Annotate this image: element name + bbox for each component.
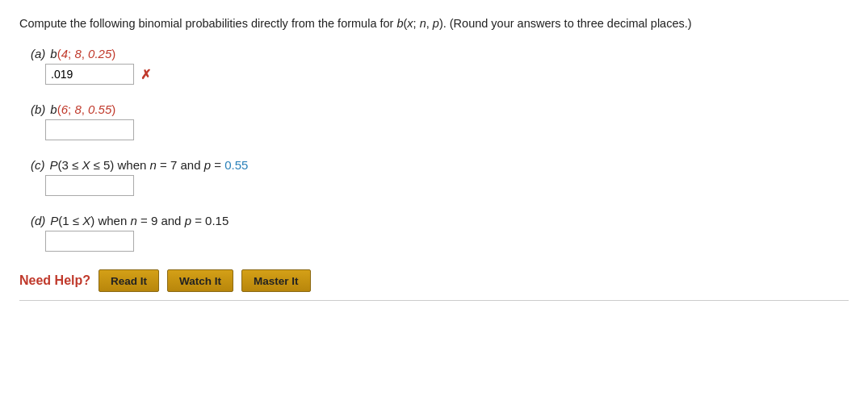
part-d-label-row: (d) P(1 ≤ X) when n = 9 and p = 0.15 <box>31 214 849 227</box>
bottom-divider <box>19 300 849 301</box>
part-d-expression: P(1 ≤ X) when n = 9 and p = 0.15 <box>50 214 229 227</box>
part-d: (d) P(1 ≤ X) when n = 9 and p = 0.15 <box>19 214 849 252</box>
part-a-error-icon: ✗ <box>140 67 151 82</box>
part-c-expression: P(3 ≤ X ≤ 5) when n = 7 and p = 0.55 <box>50 158 249 172</box>
part-b-expression: b(6; 8, 0.55) <box>50 102 115 116</box>
part-c: (c) P(3 ≤ X ≤ 5) when n = 7 and p = 0.55 <box>19 158 849 196</box>
part-c-letter: (c) <box>31 158 45 172</box>
part-a-label-row: (a) b(4; 8, 0.25) <box>31 47 849 60</box>
part-d-letter: (d) <box>31 214 45 227</box>
part-b-input[interactable] <box>45 119 134 140</box>
part-a-expression: b(4; 8, 0.25) <box>50 47 115 60</box>
part-b-input-row <box>45 119 849 140</box>
need-help-row: Need Help? Read It Watch It Master It <box>19 269 849 292</box>
part-c-input[interactable] <box>45 175 134 196</box>
problem-statement: Compute the following binomial probabili… <box>19 15 811 32</box>
need-help-label: Need Help? <box>19 273 90 288</box>
part-a-letter: (a) <box>31 47 45 60</box>
part-b: (b) b(6; 8, 0.55) <box>19 102 849 140</box>
read-it-button[interactable]: Read It <box>99 269 159 292</box>
part-b-letter: (b) <box>31 102 45 116</box>
part-a-input[interactable] <box>45 64 134 85</box>
problem-container: Compute the following binomial probabili… <box>19 15 849 301</box>
part-b-label-row: (b) b(6; 8, 0.55) <box>31 102 849 116</box>
part-c-label-row: (c) P(3 ≤ X ≤ 5) when n = 7 and p = 0.55 <box>31 158 849 172</box>
part-c-input-row <box>45 175 849 196</box>
part-a: (a) b(4; 8, 0.25) ✗ <box>19 47 849 85</box>
watch-it-button[interactable]: Watch It <box>167 269 233 292</box>
part-d-input[interactable] <box>45 231 134 252</box>
part-a-input-row: ✗ <box>45 64 849 85</box>
master-it-button[interactable]: Master It <box>241 269 311 292</box>
part-d-input-row <box>45 231 849 252</box>
